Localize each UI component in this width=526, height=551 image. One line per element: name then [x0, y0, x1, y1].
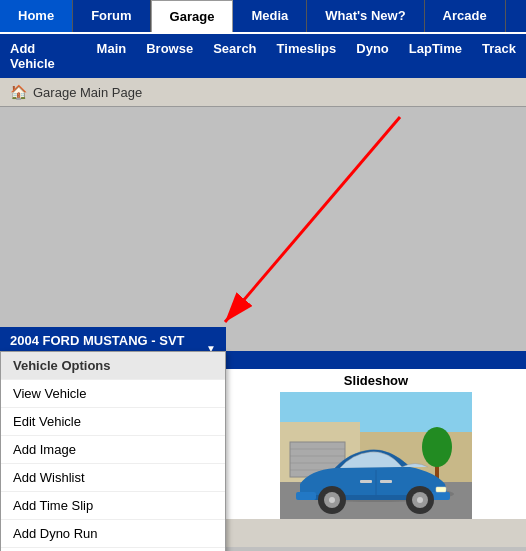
nav-forum[interactable]: Forum [73, 0, 150, 32]
nav-home[interactable]: Home [0, 0, 73, 32]
nav-laptime[interactable]: LapTime [399, 36, 472, 76]
blue-bar [226, 351, 526, 369]
svg-rect-26 [380, 480, 392, 483]
car-image-svg [280, 392, 472, 527]
nav-main[interactable]: Main [87, 36, 137, 76]
svg-point-23 [329, 497, 335, 503]
nav-media[interactable]: Media [233, 0, 307, 32]
arrow-area [0, 107, 526, 327]
nav-timeslips[interactable]: Timeslips [267, 36, 347, 76]
slideshow-label: Slideshow [230, 373, 522, 388]
nav-browse[interactable]: Browse [136, 36, 203, 76]
dropdown-item-add-dyno-run[interactable]: Add Dyno Run [1, 520, 225, 548]
nav-whats-new[interactable]: What's New? [307, 0, 424, 32]
car-image [280, 392, 472, 527]
nav-add-vehicle[interactable]: Add Vehicle [0, 36, 87, 76]
nav-garage[interactable]: Garage [151, 0, 234, 32]
dropdown-item-add-wishlist[interactable]: Add Wishlist [1, 464, 225, 492]
dropdown-item-view-vehicle[interactable]: View Vehicle [1, 380, 225, 408]
svg-rect-17 [436, 487, 446, 492]
dropdown-menu: Vehicle Options View Vehicle Edit Vehicl… [0, 351, 226, 551]
nav-arcade[interactable]: Arcade [425, 0, 506, 32]
red-arrow-svg [0, 107, 420, 337]
right-panel: Slideshow [226, 369, 526, 531]
breadcrumb: 🏠 Garage Main Page [0, 78, 526, 107]
svg-point-20 [417, 497, 423, 503]
nav-dyno[interactable]: Dyno [346, 36, 399, 76]
breadcrumb-text: Garage Main Page [33, 85, 142, 100]
top-nav: Home Forum Garage Media What's New? Arca… [0, 0, 526, 34]
nav-search[interactable]: Search [203, 36, 266, 76]
dropdown-item-add-image[interactable]: Add Image [1, 436, 225, 464]
svg-line-1 [225, 117, 400, 322]
second-nav: Add Vehicle Main Browse Search Timeslips… [0, 34, 526, 78]
main-area: 2004 FORD MUSTANG - SVT COBRA ▼ Vehicle … [0, 107, 526, 547]
svg-point-12 [422, 427, 452, 467]
home-icon: 🏠 [10, 84, 27, 100]
svg-rect-25 [360, 480, 372, 483]
dropdown-item-edit-vehicle[interactable]: Edit Vehicle [1, 408, 225, 436]
svg-rect-16 [296, 492, 316, 500]
nav-track[interactable]: Track [472, 36, 526, 76]
dropdown-item-vehicle-options[interactable]: Vehicle Options [1, 352, 225, 380]
dropdown-item-add-time-slip[interactable]: Add Time Slip [1, 492, 225, 520]
